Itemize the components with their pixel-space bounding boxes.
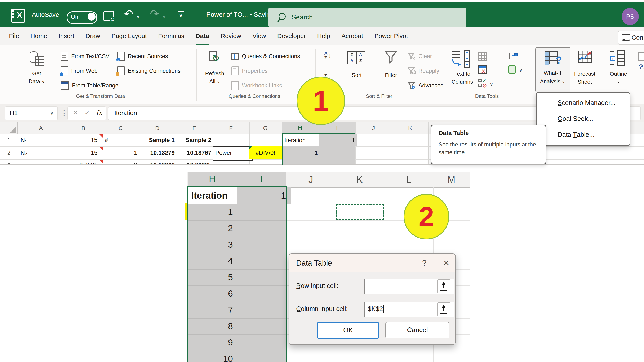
flash-fill-icon[interactable] <box>478 52 487 61</box>
autosave-toggle[interactable]: On <box>66 11 97 24</box>
table-icon <box>35 56 44 66</box>
tab-insert[interactable]: Insert <box>53 27 80 45</box>
col-header-D[interactable]: D <box>139 122 176 134</box>
zoom-col-header-K[interactable]: K <box>336 172 384 187</box>
menu-item-scenario-manager[interactable]: S̲cenario Manager... <box>536 95 630 111</box>
col-header-G[interactable]: G <box>249 122 282 134</box>
zoom-col-header-L[interactable]: L <box>384 172 433 187</box>
data-validation-chevron-icon[interactable]: ∨ <box>490 81 494 87</box>
consolidate-icon[interactable] <box>509 52 518 61</box>
marching-ants-cell-K2[interactable] <box>336 204 384 220</box>
forecast-sheet-button[interactable]: Forecast Sheet <box>570 50 599 92</box>
group-divider <box>442 48 442 101</box>
sort-button[interactable]: ZA AZ Sort <box>345 50 368 82</box>
advanced-filter-button[interactable]: Advanced <box>408 81 444 90</box>
refresh-all-button[interactable]: ↻ Refresh All ∨ <box>200 48 229 92</box>
cell-E3[interactable]: 10.00365 <box>176 159 214 164</box>
tab-review[interactable]: Review <box>215 27 247 45</box>
tab-formulas[interactable]: Formulas <box>152 27 190 45</box>
row-header-1[interactable]: 1 <box>0 134 18 146</box>
col-header-F[interactable]: F <box>212 122 249 134</box>
data-validation-icon[interactable]: ✓ ⊘ <box>478 79 487 87</box>
data-model-icon[interactable] <box>508 65 516 74</box>
cell-D2[interactable]: 10.13279 <box>139 146 177 159</box>
data-model-chevron-icon[interactable]: ∨ <box>519 67 523 73</box>
dialog-close-icon[interactable]: ✕ <box>443 254 450 272</box>
name-box[interactable]: H1 ∨ <box>4 106 58 120</box>
col-header-C[interactable]: C <box>102 122 139 134</box>
excel-app-icon[interactable]: X <box>11 9 25 22</box>
tab-developer[interactable]: Developer <box>272 27 312 45</box>
cell-D3[interactable]: 10.10348 <box>139 159 177 164</box>
formula-bar-splitter[interactable]: ⋮ <box>60 109 68 118</box>
recent-sources-button[interactable]: Recent Sources <box>117 51 168 61</box>
menu-item-data-table[interactable]: Data T̲able... <box>536 127 630 143</box>
undo-chevron-icon[interactable]: ∨ <box>136 14 140 19</box>
cell-B1[interactable]: 15 <box>64 134 100 146</box>
outline-button[interactable]: + Outline ∨ <box>605 50 632 92</box>
cell-C1[interactable]: # <box>102 134 140 146</box>
menu-item-goal-seek[interactable]: G̲oal Seek... <box>536 111 630 127</box>
save-icon[interactable]: ↻ <box>104 11 114 21</box>
quick-access-overflow-icon[interactable]: ∨ <box>178 11 184 19</box>
cell-E2[interactable]: 10.18767 <box>176 146 214 159</box>
cell-C2[interactable]: 1 <box>102 146 139 159</box>
text-to-columns-button[interactable]: Text to Columns <box>448 50 476 92</box>
ok-button[interactable]: OK <box>317 322 379 339</box>
cancel-button[interactable]: Cancel <box>385 322 450 338</box>
zoom-col-header-J[interactable]: J <box>286 172 336 187</box>
row-header-3[interactable]: 3 <box>0 159 18 164</box>
partial-help-icon: ?. <box>639 63 644 71</box>
existing-connections-button[interactable]: Existing Connections <box>117 66 180 76</box>
tab-draw[interactable]: Draw <box>80 27 106 45</box>
search-input[interactable]: Search <box>268 7 466 27</box>
cell-A2[interactable]: N₂ <box>18 146 66 159</box>
tab-file[interactable]: File <box>3 27 25 45</box>
cell-A1[interactable]: N₁ <box>18 134 66 146</box>
dialog-help-icon[interactable]: ? <box>422 254 426 272</box>
tab-data[interactable]: Data <box>190 27 215 45</box>
zoom-col-header-M[interactable]: M <box>433 172 470 187</box>
comments-button[interactable]: Con <box>618 30 644 45</box>
remove-duplicates-icon[interactable]: ✕ <box>478 65 487 74</box>
tab-acrobat[interactable]: Acrobat <box>336 27 368 45</box>
column-input-range-picker-icon[interactable] <box>437 302 450 316</box>
sort-ascending-icon[interactable]: AZ↓ <box>324 51 337 60</box>
select-all-corner[interactable] <box>0 122 18 134</box>
undo-icon[interactable]: ↶ <box>124 7 133 20</box>
zoom-col-header-I[interactable]: I <box>237 172 286 187</box>
tab-help[interactable]: Help <box>312 27 336 45</box>
insert-function-icon[interactable]: fx <box>96 107 102 119</box>
row-header-2[interactable]: 2 <box>0 146 18 159</box>
col-header-J[interactable]: J <box>356 122 392 134</box>
cell-B3[interactable]: 0.0001 <box>64 159 100 164</box>
tab-power-pivot[interactable]: Power Pivot <box>369 27 414 45</box>
col-header-A[interactable]: A <box>18 122 64 134</box>
from-text-csv-button[interactable]: From Text/CSV <box>61 51 110 61</box>
cell-F2[interactable]: Power <box>212 146 252 161</box>
enter-entry-icon[interactable]: ✓ <box>84 107 90 119</box>
tab-view[interactable]: View <box>247 27 272 45</box>
queries-connections-button[interactable]: Queries & Connections <box>232 51 300 61</box>
name-box-chevron-icon[interactable]: ∨ <box>50 107 54 119</box>
tab-home[interactable]: Home <box>25 27 53 45</box>
zoom-col-header-H[interactable]: H <box>188 172 237 187</box>
cell-C3[interactable]: 2 <box>102 159 139 164</box>
col-header-E[interactable]: E <box>176 122 212 134</box>
row-input-range-picker-icon[interactable] <box>437 279 450 293</box>
from-table-range-button[interactable]: From Table/Range <box>61 81 118 90</box>
cell-D1[interactable]: Sample 1 <box>139 134 177 146</box>
cancel-entry-icon[interactable]: ✕ <box>73 107 78 119</box>
cell-B2[interactable]: 15 <box>64 146 100 159</box>
cell-G2-error[interactable]: #DIV/0! <box>249 146 282 159</box>
tab-page-layout[interactable]: Page Layout <box>106 27 152 45</box>
col-header-K[interactable]: K <box>392 122 428 134</box>
cell-E1[interactable]: Sample 2 <box>176 134 214 146</box>
filter-button[interactable]: Filter <box>380 50 402 81</box>
what-if-analysis-button[interactable]: ? What-If Analysis ∨ <box>535 47 570 92</box>
avatar[interactable]: PS <box>622 8 639 25</box>
col-header-B[interactable]: B <box>64 122 102 134</box>
get-data-button[interactable]: Get Data ∨ <box>21 48 52 92</box>
col-header-H[interactable]: H <box>282 122 318 134</box>
from-web-button[interactable]: From Web <box>61 66 98 76</box>
